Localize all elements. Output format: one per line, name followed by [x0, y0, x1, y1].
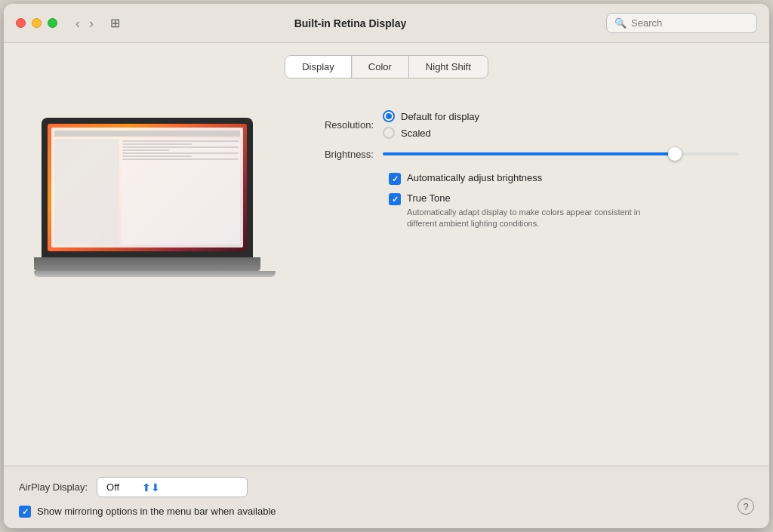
airplay-value: Off [106, 481, 119, 493]
bottom-bar: AirPlay Display: Off ⬆⬇ Show mirroring o… [4, 466, 769, 528]
titlebar: ‹ › ⊞ Built-in Retina Display 🔍 [4, 4, 769, 43]
window-title: Built-in Retina Display [103, 17, 597, 29]
tabs-container: Display Color Night Shift [4, 43, 769, 88]
back-button[interactable]: ‹ [72, 15, 83, 32]
true-tone-wrapper[interactable]: True Tone [389, 192, 648, 205]
brightness-label: Brightness: [298, 149, 374, 160]
brightness-slider-container[interactable] [383, 146, 739, 161]
mirroring-checkbox[interactable] [19, 506, 31, 518]
true-tone-label: True Tone [407, 192, 451, 204]
airplay-row: AirPlay Display: Off ⬆⬇ [19, 477, 754, 497]
screen-display [48, 124, 247, 251]
auto-brightness-wrapper[interactable]: Automatically adjust brightness [389, 172, 542, 185]
tab-night-shift[interactable]: Night Shift [409, 56, 488, 78]
auto-brightness-label: Automatically adjust brightness [407, 172, 542, 183]
screen-menubar [54, 131, 240, 137]
traffic-lights [16, 18, 57, 28]
close-button[interactable] [16, 18, 26, 28]
nav-buttons: ‹ › [72, 15, 97, 32]
brightness-slider-fill [383, 152, 675, 155]
screen-line-6 [122, 155, 192, 157]
resolution-scaled-label: Scaled [401, 128, 431, 139]
laptop-base [34, 257, 260, 271]
maximize-button[interactable] [48, 18, 57, 28]
resolution-scaled-radio[interactable] [383, 127, 395, 139]
true-tone-row: True Tone Automatically adapt display to… [298, 192, 739, 230]
screen-line-2 [122, 143, 192, 145]
airplay-label: AirPlay Display: [19, 481, 88, 493]
auto-brightness-row: Automatically adjust brightness [298, 172, 739, 185]
minimize-button[interactable] [32, 18, 42, 28]
screen-line-1 [122, 140, 239, 142]
brightness-row: Brightness: [298, 146, 739, 161]
airplay-select[interactable]: Off ⬆⬇ [97, 477, 248, 497]
resolution-default-label: Default for display [401, 111, 479, 122]
tab-display[interactable]: Display [285, 56, 352, 78]
laptop-screen [42, 118, 253, 257]
search-icon: 🔍 [614, 17, 627, 29]
resolution-default-option[interactable]: Default for display [383, 110, 479, 122]
help-button[interactable]: ? [738, 498, 754, 515]
tabs: Display Color Night Shift [285, 55, 488, 78]
true-tone-description: Automatically adapt display to make colo… [407, 207, 648, 230]
bottom-section: AirPlay Display: Off ⬆⬇ Show mirroring o… [4, 466, 769, 528]
laptop-bottom [34, 271, 276, 277]
search-bar[interactable]: 🔍 [606, 13, 757, 33]
laptop-preview [34, 118, 268, 277]
screen-sidebar [54, 139, 240, 244]
tab-color[interactable]: Color [352, 56, 409, 78]
settings-panel: Resolution: Default for display Scaled B… [298, 103, 739, 238]
screen-line-4 [122, 149, 169, 151]
resolution-label: Resolution: [298, 119, 374, 131]
search-input[interactable] [631, 17, 744, 29]
select-arrows-icon: ⬆⬇ [142, 482, 160, 493]
mirroring-label: Show mirroring options in the menu bar w… [37, 506, 276, 517]
screen-content [51, 128, 243, 248]
screen-line-7 [122, 158, 239, 160]
laptop-body [34, 118, 260, 277]
screen-left-panel [54, 139, 119, 244]
mirroring-row: Show mirroring options in the menu bar w… [19, 505, 754, 518]
main-content: Resolution: Default for display Scaled B… [4, 88, 769, 466]
brightness-slider-thumb[interactable] [668, 147, 682, 161]
resolution-options: Default for display Scaled [383, 110, 479, 139]
screen-line-3 [122, 146, 239, 148]
forward-button[interactable]: › [86, 15, 97, 32]
resolution-default-radio[interactable] [383, 110, 395, 122]
screen-right-panel [121, 139, 240, 244]
screen-line-5 [122, 152, 239, 154]
resolution-scaled-option[interactable]: Scaled [383, 127, 479, 139]
true-tone-checkbox[interactable] [389, 193, 401, 205]
auto-brightness-checkbox[interactable] [389, 173, 401, 185]
resolution-row: Resolution: Default for display Scaled [298, 110, 739, 139]
brightness-slider-track [383, 152, 739, 155]
